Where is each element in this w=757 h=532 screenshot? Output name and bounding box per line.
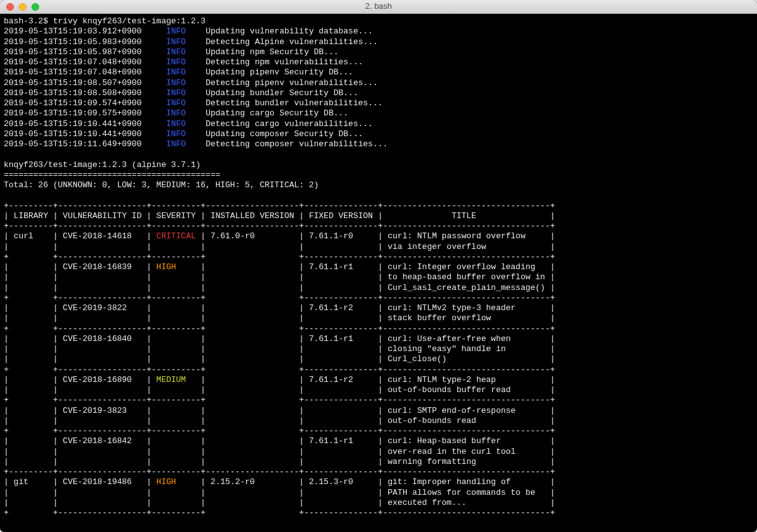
window-title: 2. bash: [0, 1, 757, 11]
close-icon[interactable]: [6, 3, 14, 11]
zoom-icon[interactable]: [32, 3, 39, 11]
titlebar: 2. bash: [0, 0, 757, 14]
terminal-body[interactable]: bash-3.2$ trivy knqyf263/test-image:1.2.…: [0, 14, 757, 521]
terminal-window: 2. bash bash-3.2$ trivy knqyf263/test-im…: [0, 0, 757, 532]
minimize-icon[interactable]: [19, 3, 26, 11]
window-controls: [0, 3, 39, 11]
